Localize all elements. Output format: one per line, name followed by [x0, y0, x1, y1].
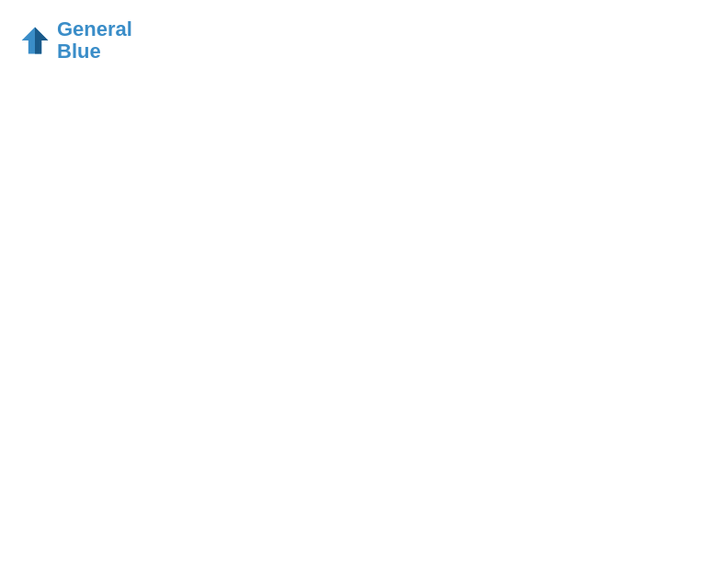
page-header: General Blue	[18, 18, 710, 63]
svg-marker-1	[35, 28, 48, 54]
logo: General Blue	[18, 18, 132, 63]
logo-icon	[18, 24, 51, 57]
logo-text: General Blue	[57, 18, 132, 63]
